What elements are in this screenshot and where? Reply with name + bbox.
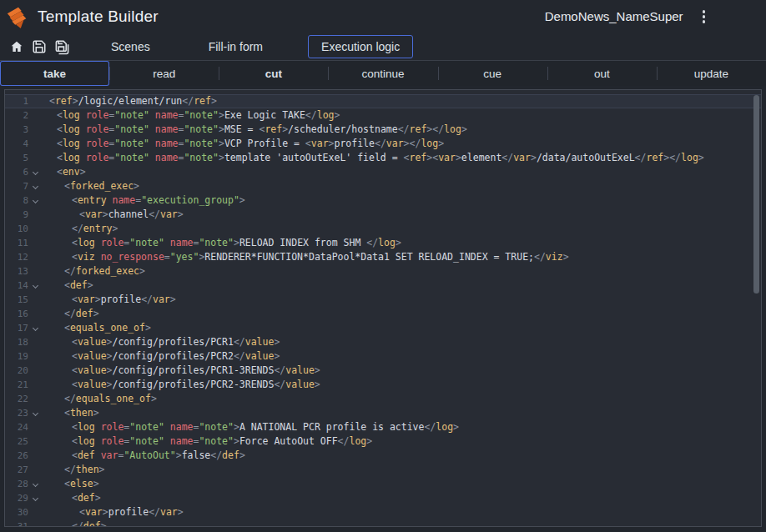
code-line-6[interactable]: 6<env> [5, 165, 761, 179]
line-number: 23 [5, 406, 30, 420]
code-text: <viz no_response="yes">RENDERER*FUNCTION… [43, 250, 569, 264]
vertical-scrollbar-thumb[interactable] [753, 95, 759, 294]
fold-gutter [30, 293, 43, 307]
home-button[interactable] [7, 37, 27, 57]
code-line-21[interactable]: 21<value>/config/profiles/PCR2-3RENDS</v… [5, 378, 761, 392]
code-line-25[interactable]: 25<log role="note" name="note">Force Aut… [5, 434, 761, 449]
code-line-5[interactable]: 5<log role="note" name="note">template '… [5, 151, 761, 165]
line-number: 29 [5, 491, 30, 505]
code-text: <else> [43, 477, 99, 491]
save-all-button[interactable] [52, 37, 72, 57]
code-line-31[interactable]: 31</def> [5, 519, 761, 527]
line-number: 30 [5, 505, 30, 519]
code-text: <var>profile</var> [43, 505, 184, 519]
code-line-24[interactable]: 24<log role="note" name="note">A NATIONA… [5, 420, 761, 434]
logic-tab-cut[interactable]: cut [219, 61, 328, 86]
code-line-28[interactable]: 28<else> [5, 477, 761, 491]
code-line-29[interactable]: 29<def> [5, 491, 761, 505]
logic-tab-take[interactable]: take [0, 61, 109, 86]
logic-tab-cue[interactable]: cue [438, 61, 547, 86]
code-line-12[interactable]: 12<viz no_response="yes">RENDERER*FUNCTI… [5, 250, 761, 264]
code-line-16[interactable]: 16</def> [5, 307, 761, 321]
code-text: <then> [43, 406, 99, 420]
fold-toggle-icon[interactable] [30, 477, 43, 491]
fold-gutter [30, 434, 43, 449]
code-text: </then> [43, 463, 105, 477]
fold-gutter [30, 335, 43, 349]
code-text: <entry name="execution_group"> [43, 193, 245, 208]
fold-toggle-icon[interactable] [30, 491, 43, 505]
line-number: 12 [5, 250, 30, 264]
code-line-18[interactable]: 18<value>/config/profiles/PCR1</value> [5, 335, 761, 349]
code-line-4[interactable]: 4<log role="note" name="note">VCP Profil… [5, 137, 761, 151]
fold-gutter [30, 94, 43, 108]
line-number: 31 [5, 519, 30, 527]
code-line-1[interactable]: 1<ref>/logic/element/run</ref> [5, 94, 761, 108]
code-area: 1<ref>/logic/element/run</ref>2<log role… [5, 90, 761, 527]
code-text: <def> [43, 491, 101, 505]
code-line-8[interactable]: 8<entry name="execution_group"> [5, 193, 761, 208]
line-number: 10 [5, 222, 30, 236]
line-number: 15 [5, 293, 30, 307]
code-text: <env> [43, 165, 86, 179]
logic-tab-continue[interactable]: continue [328, 61, 437, 86]
line-number: 4 [5, 137, 30, 151]
code-line-19[interactable]: 19<value>/config/profiles/PCR2</value> [5, 349, 761, 364]
code-line-20[interactable]: 20<value>/config/profiles/PCR1-3RENDS</v… [5, 364, 761, 378]
kebab-menu-icon[interactable] [700, 8, 708, 25]
fold-toggle-icon[interactable] [30, 165, 43, 179]
app-logo-icon [5, 4, 30, 29]
fold-toggle-icon[interactable] [30, 179, 43, 193]
code-line-13[interactable]: 13</forked_exec> [5, 264, 761, 279]
line-number: 17 [5, 321, 30, 335]
line-number: 20 [5, 364, 30, 378]
save-button[interactable] [29, 37, 49, 57]
home-icon [9, 39, 24, 54]
logic-tab-out[interactable]: out [547, 61, 657, 86]
code-line-30[interactable]: 30<var>profile</var> [5, 505, 761, 519]
line-number: 25 [5, 434, 30, 449]
project-name: DemoNews_NameSuper [545, 9, 683, 23]
code-line-26[interactable]: 26<def var="AutoOut">false</def> [5, 449, 761, 463]
view-tab-execution-logic[interactable]: Execution logic [308, 35, 413, 58]
fold-gutter [30, 250, 43, 264]
code-text: <value>/config/profiles/PCR1-3RENDS</val… [43, 364, 320, 378]
line-number: 24 [5, 420, 30, 434]
code-text: <log role="note" name="note">RELOAD INDE… [43, 236, 401, 250]
toolbar: ScenesFill-in formExecution logic [0, 33, 766, 61]
fold-toggle-icon[interactable] [30, 279, 43, 293]
line-number: 7 [5, 179, 30, 193]
code-line-14[interactable]: 14<def> [5, 279, 761, 293]
line-number: 3 [5, 123, 30, 137]
line-number: 21 [5, 378, 30, 392]
fold-gutter [30, 463, 43, 477]
code-text: <log role="note" name="note">MSE = <ref>… [43, 123, 467, 137]
code-line-10[interactable]: 10</entry> [5, 222, 761, 236]
view-tab-scenes[interactable]: Scenes [98, 35, 164, 58]
code-line-9[interactable]: 9<var>channel</var> [5, 208, 761, 222]
code-line-27[interactable]: 27</then> [5, 463, 761, 477]
code-line-17[interactable]: 17<equals_one_of> [5, 321, 761, 335]
code-editor[interactable]: 1<ref>/logic/element/run</ref>2<log role… [4, 89, 762, 527]
line-number: 28 [5, 477, 30, 491]
code-line-23[interactable]: 23<then> [5, 406, 761, 420]
view-tab-fill-in-form[interactable]: Fill-in form [195, 35, 276, 58]
code-line-22[interactable]: 22</equals_one_of> [5, 392, 761, 406]
logic-tab-bar: takereadcutcontinuecueoutupdate [0, 61, 766, 86]
code-line-2[interactable]: 2<log role="note" name="note">Exe Logic … [5, 108, 761, 123]
logic-tab-read[interactable]: read [109, 61, 219, 86]
code-line-15[interactable]: 15<var>profile</var> [5, 293, 761, 307]
code-line-7[interactable]: 7<forked_exec> [5, 179, 761, 193]
line-number: 1 [5, 94, 30, 108]
fold-toggle-icon[interactable] [30, 406, 43, 420]
fold-toggle-icon[interactable] [30, 193, 43, 208]
code-text: <def var="AutoOut">false</def> [43, 449, 245, 463]
code-text: <forked_exec> [43, 179, 139, 193]
code-line-3[interactable]: 3<log role="note" name="note">MSE = <ref… [5, 123, 761, 137]
fold-gutter [30, 151, 43, 165]
code-text: <value>/config/profiles/PCR2-3RENDS</val… [43, 378, 320, 392]
logic-tab-update[interactable]: update [657, 61, 766, 86]
fold-toggle-icon[interactable] [30, 321, 43, 335]
fold-gutter [30, 420, 43, 434]
code-line-11[interactable]: 11<log role="note" name="note">RELOAD IN… [5, 236, 761, 250]
